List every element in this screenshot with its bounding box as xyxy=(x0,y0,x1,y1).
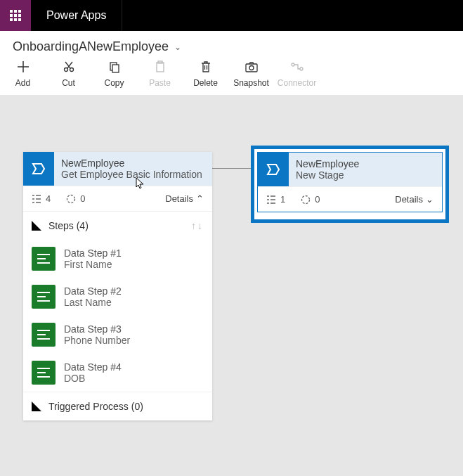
paste-label: Paste xyxy=(149,78,171,88)
svg-point-7 xyxy=(249,66,254,70)
svg-rect-6 xyxy=(246,64,257,72)
form-icon xyxy=(32,323,56,347)
stage-card-1[interactable]: NewEmployee Get Employee Basic Informati… xyxy=(23,152,212,420)
triangle-icon xyxy=(32,401,41,411)
list-icon xyxy=(32,194,41,204)
connector-button: Connector xyxy=(274,60,320,88)
toolbar: Add Cut Copy Paste Delete Snapshot Conne… xyxy=(0,54,463,95)
chevron-down-icon: ⌄ xyxy=(174,42,181,52)
stage-name: Get Employee Basic Information xyxy=(61,169,205,180)
connector-icon xyxy=(290,60,304,74)
canvas[interactable]: NewEmployee Get Employee Basic Informati… xyxy=(0,95,463,476)
snapshot-button[interactable]: Snapshot xyxy=(228,60,274,88)
process-name-label: OnboardingANewEmployee xyxy=(13,39,169,54)
triggered-section-header[interactable]: Triggered Process (0) xyxy=(23,392,212,420)
form-icon xyxy=(32,361,56,385)
scissors-icon xyxy=(62,60,76,74)
step-row[interactable]: Data Step #1First Name xyxy=(23,240,212,278)
svg-point-8 xyxy=(292,63,294,66)
svg-point-0 xyxy=(64,68,67,72)
svg-rect-3 xyxy=(112,65,119,72)
step-row[interactable]: Data Step #4DOB xyxy=(23,354,212,392)
step-row[interactable]: Data Step #2Last Name xyxy=(23,278,212,316)
copy-button[interactable]: Copy xyxy=(91,60,137,88)
paste-button: Paste xyxy=(137,60,183,88)
connector-label: Connector xyxy=(278,78,316,88)
svg-point-10 xyxy=(67,195,75,202)
duration: 0 xyxy=(66,193,85,204)
connector-line xyxy=(212,168,251,169)
cut-label: Cut xyxy=(62,78,75,88)
paste-icon xyxy=(153,60,167,74)
stage-flag-icon xyxy=(258,153,289,186)
steps-section-header[interactable]: Steps (4) ↑↓ xyxy=(23,211,212,240)
plus-icon xyxy=(16,60,30,74)
snapshot-label: Snapshot xyxy=(233,78,269,88)
steps-count: 1 xyxy=(266,194,285,205)
app-title: Power Apps xyxy=(31,9,122,22)
process-name-dropdown[interactable]: OnboardingANewEmployee ⌄ xyxy=(13,39,450,54)
add-label: Add xyxy=(15,78,30,88)
stage-name: New Stage xyxy=(296,169,435,181)
svg-point-9 xyxy=(300,67,303,70)
duration: 0 xyxy=(301,194,320,205)
svg-point-1 xyxy=(70,68,73,72)
svg-rect-4 xyxy=(157,63,164,72)
stage-entity: NewEmployee xyxy=(61,157,205,169)
cycle-icon xyxy=(301,195,311,205)
stage-card-2-selected[interactable]: NewEmployee New Stage 1 0 Details ⌄ xyxy=(251,146,449,223)
add-button[interactable]: Add xyxy=(0,60,46,88)
waffle-icon xyxy=(10,10,21,21)
copy-label: Copy xyxy=(104,78,124,88)
trash-icon xyxy=(199,60,213,74)
delete-label: Delete xyxy=(193,78,218,88)
camera-icon xyxy=(244,60,259,74)
details-toggle[interactable]: Details ⌄ xyxy=(395,194,433,205)
cut-button[interactable]: Cut xyxy=(46,60,91,88)
triangle-icon xyxy=(32,221,41,231)
cycle-icon xyxy=(66,194,76,204)
app-launcher-button[interactable] xyxy=(0,0,31,31)
header-divider xyxy=(122,0,122,31)
form-icon xyxy=(32,285,56,309)
stage-entity: NewEmployee xyxy=(296,158,435,169)
chevron-down-icon: ⌄ xyxy=(426,194,433,205)
details-toggle[interactable]: Details ⌃ xyxy=(165,193,204,204)
svg-point-11 xyxy=(302,195,310,203)
form-icon xyxy=(32,247,56,271)
chevron-up-icon: ⌃ xyxy=(196,193,204,204)
stage-flag-icon xyxy=(23,152,54,186)
delete-button[interactable]: Delete xyxy=(183,60,228,88)
steps-count: 4 xyxy=(32,193,51,204)
reorder-arrows-icon: ↑↓ xyxy=(191,220,204,231)
list-icon xyxy=(266,195,276,205)
copy-icon xyxy=(107,60,122,74)
step-row[interactable]: Data Step #3Phone Number xyxy=(23,316,212,354)
